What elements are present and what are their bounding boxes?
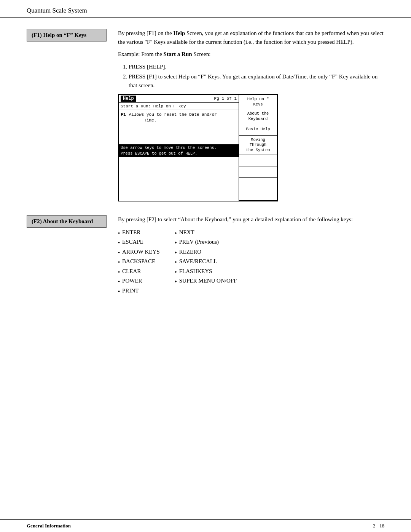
bullet-next: NEXT bbox=[175, 228, 237, 238]
f2-intro-para: By pressing [F2] to select “About the Ke… bbox=[118, 215, 384, 224]
sidebar-empty-3 bbox=[239, 178, 277, 189]
screen-title-bar: Help Pg 1 of 1 bbox=[119, 95, 239, 103]
footer-left: General Information bbox=[27, 523, 71, 529]
screen-f1-key: F1 bbox=[121, 112, 126, 124]
bullet-escape: ESCAPE bbox=[118, 237, 160, 247]
f1-intro-para: By pressing [F1] on the Help Screen, you… bbox=[118, 29, 384, 46]
screen-main-area: Help Pg 1 of 1 Start a Run: Help on F ke… bbox=[119, 95, 239, 201]
f2-list-right: NEXT PREV (Previous) REZERO SAVE/RECALL … bbox=[175, 228, 237, 286]
screen-f1-row: F1 Allows you to reset the Date and/or T… bbox=[121, 112, 237, 124]
screen-sidebar: Help on F Keys About theKeyboard Basic H… bbox=[239, 95, 277, 201]
section-f2-label-col: (F2) About the Keyboard bbox=[27, 215, 107, 296]
screen-f1-desc: Allows you to reset the Date and/or Time… bbox=[129, 112, 217, 124]
screen-footer-line2: Press ESCAPE to get out of HELP. bbox=[121, 151, 198, 156]
f1-step-1: PRESS [HELP]. bbox=[129, 62, 384, 71]
section-f1-label-col: (F1) Help on “F” Keys bbox=[27, 29, 107, 201]
header-title: Quantum Scale System bbox=[27, 7, 87, 14]
page-header: Quantum Scale System bbox=[0, 0, 411, 18]
sidebar-empty-1 bbox=[239, 155, 277, 166]
sidebar-empty-2 bbox=[239, 166, 277, 178]
bullet-enter: ENTER bbox=[118, 228, 160, 238]
section-f1-content: By pressing [F1] on the Help Screen, you… bbox=[118, 29, 384, 201]
sidebar-empty-4 bbox=[239, 189, 277, 201]
bullet-backspace: BACKSPACE bbox=[118, 257, 160, 267]
f2-bullet-col-right: NEXT PREV (Previous) REZERO SAVE/RECALL … bbox=[175, 228, 237, 296]
screen-pg-label: Pg 1 of 1 bbox=[214, 96, 237, 101]
screen-simulation: Help Pg 1 of 1 Start a Run: Help on F ke… bbox=[118, 94, 278, 201]
bullet-save-recall: SAVE/RECALL bbox=[175, 257, 237, 267]
sidebar-basic-help: Basic Help bbox=[239, 124, 277, 136]
bullet-power: POWER bbox=[118, 276, 160, 286]
sidebar-moving-through: Moving Throughthe System bbox=[239, 136, 277, 155]
page-content: (F1) Help on “F” Keys By pressing [F1] o… bbox=[0, 29, 411, 332]
bullet-super-menu: SUPER MENU ON/OFF bbox=[175, 276, 237, 286]
sidebar-help-on-f-keys: Help on F Keys bbox=[239, 95, 277, 109]
f2-bullet-cols: ENTER ESCAPE ARROW KEYS BACKSPACE CLEAR … bbox=[118, 228, 384, 296]
section-f2-content: By pressing [F2] to select “About the Ke… bbox=[118, 215, 384, 296]
f1-step-2: PRESS [F1] to select Help on “F” Keys. Y… bbox=[129, 72, 384, 89]
screen-footer-bar: Use arrow keys to move thru the screens.… bbox=[119, 144, 239, 157]
page-footer: General Information 2 - 18 bbox=[0, 519, 411, 532]
f1-steps-list: PRESS [HELP]. PRESS [F1] to select Help … bbox=[129, 62, 384, 90]
sidebar-about-keyboard: About theKeyboard bbox=[239, 109, 277, 124]
bullet-flashkeys: FLASHKEYS bbox=[175, 267, 237, 276]
screen-help-label: Help bbox=[121, 96, 136, 102]
f2-bullet-col-left: ENTER ESCAPE ARROW KEYS BACKSPACE CLEAR … bbox=[118, 228, 160, 296]
bullet-print: PRINT bbox=[118, 286, 160, 296]
screen-body: F1 Allows you to reset the Date and/or T… bbox=[119, 110, 239, 144]
screen-subtitle: Start a Run: Help on F key bbox=[119, 103, 239, 110]
f2-list-left: ENTER ESCAPE ARROW KEYS BACKSPACE CLEAR … bbox=[118, 228, 160, 296]
bullet-arrow-keys: ARROW KEYS bbox=[118, 247, 160, 257]
section-f1-label-box: (F1) Help on “F” Keys bbox=[27, 29, 107, 42]
footer-right: 2 - 18 bbox=[373, 523, 384, 529]
bullet-rezero: REZERO bbox=[175, 247, 237, 257]
screen-footer-line1: Use arrow keys to move thru the screens. bbox=[121, 145, 217, 150]
bullet-prev: PREV (Previous) bbox=[175, 237, 237, 247]
section-f2-label-box: (F2) About the Keyboard bbox=[27, 215, 107, 228]
bullet-clear: CLEAR bbox=[118, 267, 160, 276]
section-f2: (F2) About the Keyboard By pressing [F2]… bbox=[27, 215, 384, 296]
f1-example-para: Example: From the Start a Run Screen: bbox=[118, 50, 384, 59]
section-f1: (F1) Help on “F” Keys By pressing [F1] o… bbox=[27, 29, 384, 201]
